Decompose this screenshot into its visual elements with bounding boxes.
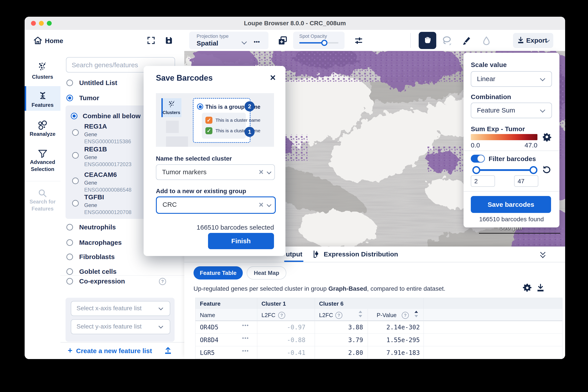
gene-radio[interactable] [72, 152, 79, 159]
list-radio[interactable] [66, 268, 73, 275]
range-min-input[interactable] [471, 176, 494, 187]
column-l2fc-cluster1[interactable]: L2FC [261, 312, 275, 318]
table-row[interactable]: OR4D5 ••• -0.97 3.88 2.14e-302 [195, 320, 562, 334]
sort-asc-icon[interactable] [359, 311, 362, 313]
untitled-list-radio[interactable] [66, 80, 73, 86]
advanced-selection-funnel-icon[interactable] [38, 149, 48, 158]
projection-more-button[interactable]: ••• [254, 39, 260, 45]
gene-radio[interactable] [72, 178, 79, 184]
nav-item-clusters[interactable]: Clusters [25, 74, 61, 80]
l2fc-help-icon[interactable]: ? [335, 312, 342, 319]
barcodes-found-text: 166510 barcodes found [464, 216, 559, 223]
gene-ensembl-id: ENSG00000172023 [84, 161, 132, 168]
barcode-range-track[interactable] [474, 169, 534, 171]
table-download-icon[interactable] [536, 284, 545, 292]
nav-item-features[interactable]: Features [25, 102, 61, 108]
sort-desc-icon[interactable] [415, 315, 418, 317]
list-item[interactable]: Goblet cells [79, 268, 117, 275]
cluster-name-field[interactable]: Tumor markers × [156, 164, 275, 180]
modal-close-icon[interactable]: × [270, 72, 276, 83]
table-row[interactable]: LGR5 ••• -0.41 2.80 7.91e-183 [195, 346, 562, 359]
cell-c6-l2fc: 3.79 [315, 336, 363, 344]
list-item[interactable]: Neutrophils [79, 224, 116, 231]
rail-divider [25, 181, 61, 181]
collapse-dock-chevron-icon[interactable] [540, 253, 545, 258]
range-handle-max[interactable] [529, 166, 537, 174]
list-radio[interactable] [66, 254, 73, 260]
nav-item-reanalyze[interactable]: Reanalyze [25, 131, 61, 137]
table-row[interactable]: OR8D4 ••• -0.88 3.79 1.55e-295 [195, 333, 562, 346]
display-settings-icon[interactable] [354, 36, 363, 45]
column-pvalue[interactable]: P-Value [377, 312, 397, 318]
cell-feature-name: OR4D5 [200, 324, 218, 331]
heat-map-toggle[interactable]: Heat Map [247, 266, 286, 280]
tab-expression-distribution[interactable]: Expression Distribution [324, 250, 398, 258]
nav-item-advanced-selection-line1[interactable]: Advanced [25, 159, 61, 165]
name-chevron-down-icon[interactable] [267, 170, 271, 174]
combine-all-radio[interactable] [71, 113, 77, 119]
scale-bar-line [479, 233, 560, 234]
sort-desc-icon[interactable] [359, 315, 362, 317]
coexpression-help-icon[interactable]: ? [159, 278, 166, 285]
combination-select[interactable]: Feature Sum [471, 102, 552, 118]
new-projection-icon[interactable] [277, 36, 288, 46]
home-button[interactable]: Home [45, 37, 63, 44]
pvalue-help-icon[interactable]: ? [402, 312, 409, 319]
gene-radio[interactable] [72, 200, 79, 206]
reanalyze-icon[interactable] [37, 120, 48, 130]
legend-settings-gear-icon[interactable] [542, 132, 551, 142]
untitled-list-label[interactable]: Untitled List [79, 79, 117, 86]
nav-item-advanced-selection-line2[interactable]: Selection [25, 166, 61, 172]
projection-chevron-down-icon[interactable] [241, 39, 247, 44]
gene-ensembl-id: ENSG00000120708 [84, 209, 132, 215]
app-window: Loupe Browser 8.0.0 - CRC_008um Home Pro… [25, 17, 565, 359]
save-barcodes-button[interactable]: Save barcodes [471, 196, 551, 213]
range-max-input[interactable] [514, 176, 538, 187]
coexpression-radio[interactable] [66, 278, 73, 284]
table-settings-gear-icon[interactable] [523, 284, 532, 292]
coexpression-label[interactable]: Co-expression [79, 278, 125, 285]
feature-table-toggle[interactable]: Feature Table [193, 266, 243, 280]
sort-asc-active-icon[interactable] [415, 311, 418, 313]
eraser-tool-icon[interactable] [482, 36, 491, 46]
scale-value-select[interactable]: Linear [471, 71, 552, 87]
y-axis-feature-select[interactable]: Select y-axis feature list [71, 319, 170, 334]
save-icon[interactable] [164, 36, 173, 45]
brush-tool-icon[interactable] [461, 36, 471, 46]
upload-list-icon[interactable] [164, 346, 172, 355]
column-l2fc-cluster6[interactable]: L2FC [319, 312, 333, 318]
cell-pvalue: 7.91e-183 [369, 349, 420, 356]
list-item[interactable]: Fibroblasts [79, 253, 115, 260]
tumor-list-radio[interactable] [66, 95, 73, 101]
spot-opacity-handle[interactable] [321, 40, 328, 46]
features-dna-icon[interactable] [38, 92, 48, 101]
projection-type-value[interactable]: Spatial [197, 40, 218, 47]
clear-name-icon[interactable]: × [259, 168, 263, 177]
create-feature-list-button[interactable]: Create a new feature list [76, 347, 152, 355]
finish-button[interactable]: Finish [208, 233, 274, 249]
gene-radio[interactable] [72, 129, 79, 136]
x-axis-feature-select[interactable]: Select x-axis feature list [71, 301, 170, 316]
clusters-icon[interactable] [37, 62, 48, 72]
export-button[interactable]: Export [513, 33, 553, 48]
lasso-tool-icon[interactable] [442, 36, 452, 46]
list-radio[interactable] [66, 239, 73, 246]
l2fc-help-icon[interactable]: ? [278, 312, 285, 319]
clear-group-icon[interactable]: × [259, 200, 263, 210]
group-field-focused[interactable]: CRC × [156, 196, 276, 214]
reset-filter-icon[interactable] [542, 165, 551, 174]
row-menu-icon[interactable]: ••• [242, 322, 249, 328]
tumor-list-label[interactable]: Tumor [79, 94, 99, 102]
range-handle-min[interactable] [472, 166, 480, 174]
column-name[interactable]: Name [200, 312, 215, 318]
group-chevron-down-icon[interactable] [267, 202, 271, 207]
list-radio[interactable] [66, 224, 73, 230]
pan-tool-button[interactable] [419, 32, 436, 49]
tab-output-partial[interactable]: utput [286, 250, 302, 258]
fullscreen-icon[interactable] [147, 36, 155, 44]
list-item[interactable]: Macrophages [79, 239, 122, 246]
combine-all-label[interactable]: Combine all below [83, 112, 141, 120]
filter-barcodes-toggle[interactable] [471, 155, 485, 162]
row-menu-icon[interactable]: ••• [242, 348, 249, 354]
row-menu-icon[interactable]: ••• [242, 335, 249, 341]
